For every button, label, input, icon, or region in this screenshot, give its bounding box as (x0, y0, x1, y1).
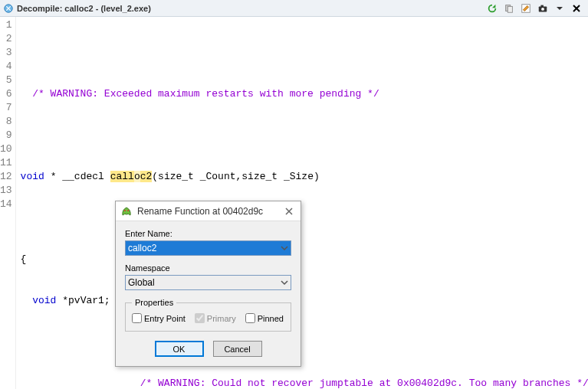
ok-button[interactable]: OK (155, 341, 204, 357)
code-line (21, 129, 588, 142)
code-line (21, 335, 588, 349)
properties-legend: Properties (132, 298, 176, 307)
dialog-titlebar: Rename Function at 00402d9c (116, 201, 301, 221)
titlebar: Decompile: calloc2 - (level_2.exe) (0, 0, 588, 17)
primary-checkbox (195, 313, 205, 323)
svg-rect-2 (508, 6, 512, 12)
code-line: { (21, 253, 588, 266)
window-title: Decompile: calloc2 - (level_2.exe) (17, 4, 151, 13)
edit-button[interactable] (518, 2, 534, 15)
primary-checkbox-label: Primary (195, 313, 236, 323)
line-gutter: 1 2 3 4 5 6 7 8 9 10 11 12 13 14 (0, 17, 16, 389)
svg-point-8 (127, 210, 129, 211)
svg-rect-6 (540, 5, 544, 7)
dialog-title: Rename Function at 00402d9c (137, 206, 263, 217)
code-body[interactable]: /* WARNING: Exceeded maximum restarts wi… (16, 17, 588, 389)
rename-function-dialog: Rename Function at 00402d9c Enter Name: … (115, 201, 301, 367)
code-line (21, 46, 588, 60)
line-number: 7 (0, 101, 12, 115)
cancel-button[interactable]: Cancel (213, 341, 262, 357)
namespace-input[interactable] (125, 275, 291, 290)
ghidra-icon (120, 205, 133, 217)
enter-name-label: Enter Name: (125, 229, 291, 238)
svg-point-7 (124, 210, 126, 211)
dialog-body: Enter Name: Namespace Properties Entry P… (116, 221, 301, 366)
code-line: /* WARNING: Exceeded maximum restarts wi… (21, 87, 588, 101)
entry-point-checkbox-label[interactable]: Entry Point (132, 313, 186, 323)
line-number: 2 (0, 32, 12, 46)
line-number: 4 (0, 60, 12, 74)
line-number: 12 (0, 170, 12, 184)
line-number: 14 (0, 198, 12, 211)
dialog-close-button[interactable] (282, 204, 296, 218)
line-number: 3 (0, 46, 12, 60)
refresh-button[interactable] (485, 2, 500, 15)
code-line: /* WARNING: Could not recover jumptable … (21, 377, 588, 389)
pinned-checkbox-label[interactable]: Pinned (245, 313, 284, 323)
code-line (21, 211, 588, 225)
code-line: void * __cdecl calloc2(size_t _Count,siz… (21, 170, 588, 184)
line-number: 5 (0, 74, 12, 87)
copy-button[interactable] (501, 2, 517, 15)
line-number: 11 (0, 156, 12, 170)
line-number: 6 (0, 87, 12, 101)
namespace-label: Namespace (125, 263, 291, 273)
snapshot-button[interactable] (535, 2, 550, 15)
enter-name-input[interactable] (125, 240, 291, 256)
decompile-icon (3, 3, 14, 14)
pinned-checkbox[interactable] (245, 313, 255, 323)
enter-name-combo[interactable] (125, 240, 291, 256)
dialog-button-row: OK Cancel (125, 341, 291, 357)
line-number: 8 (0, 115, 12, 129)
line-number: 13 (0, 184, 12, 198)
close-button[interactable] (569, 2, 584, 15)
line-number: 1 (0, 18, 12, 32)
namespace-combo[interactable] (125, 275, 291, 290)
line-number: 9 (0, 129, 12, 142)
entry-point-checkbox[interactable] (132, 313, 142, 323)
dropdown-icon[interactable] (552, 2, 567, 15)
svg-point-5 (541, 7, 544, 10)
properties-group: Properties Entry Point Primary Pinned (125, 298, 291, 332)
line-number: 10 (0, 142, 12, 156)
code-line: void *pvVar1; (21, 294, 588, 308)
